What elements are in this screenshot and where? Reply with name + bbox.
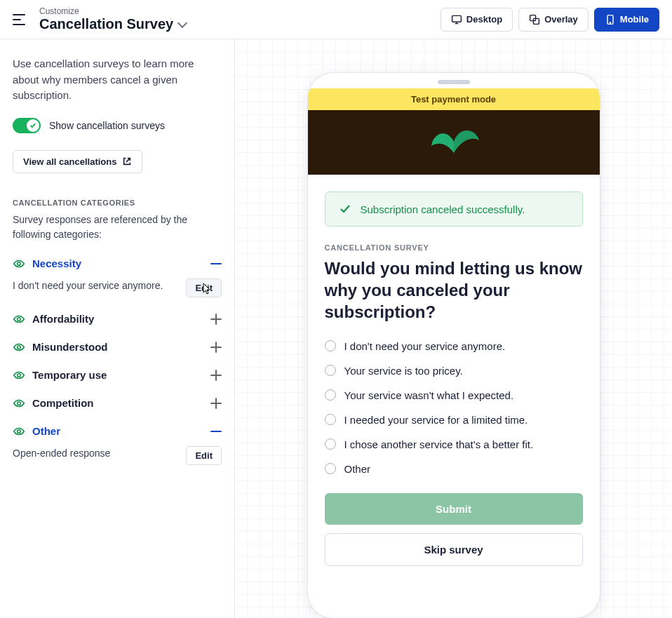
eye-icon	[13, 341, 25, 354]
svg-point-10	[18, 429, 21, 433]
mobile-preview-frame: Test payment mode Subscription canceled …	[308, 73, 600, 618]
chevron-down-icon	[177, 18, 187, 27]
show-surveys-toggle[interactable]	[13, 118, 41, 133]
category-name: Affordability	[32, 313, 94, 325]
success-alert: Subscription canceled successfully.	[325, 192, 583, 227]
option-label: Other	[344, 463, 371, 475]
expand-icon	[210, 314, 222, 325]
svg-point-5	[18, 262, 21, 265]
option-label: I chose another service that's a better …	[344, 438, 534, 450]
test-mode-banner: Test payment mode	[308, 88, 600, 110]
submit-button[interactable]: Submit	[325, 493, 583, 525]
desktop-icon	[451, 14, 462, 25]
radio-icon	[325, 365, 336, 376]
tab-overlay[interactable]: Overlay	[518, 8, 589, 32]
option-label: I don't need your service anymore.	[344, 340, 506, 352]
survey-option[interactable]: Other	[325, 463, 583, 475]
category-misunderstood: Misunderstood	[13, 341, 222, 354]
category-body: I don't need your service anymore. Edit	[13, 278, 222, 297]
radio-icon	[325, 340, 336, 351]
radio-icon	[325, 389, 336, 401]
survey-option[interactable]: Your service wasn't what I expected.	[325, 389, 583, 401]
category-header[interactable]: Necessity	[13, 257, 222, 270]
eye-icon	[13, 425, 25, 438]
app-header: Customize Cancellation Survey Desktop Ov…	[0, 0, 672, 39]
toggle-label: Show cancellation surveys	[49, 120, 165, 131]
phone-notch	[308, 73, 600, 88]
button-label: View all cancellations	[23, 156, 116, 167]
brand-hero	[308, 110, 600, 175]
svg-point-8	[18, 373, 21, 377]
svg-point-7	[18, 345, 21, 349]
category-competition: Competition	[13, 397, 222, 410]
edit-category-button[interactable]: Edit	[186, 446, 222, 465]
survey-question: Would you mind letting us know why you c…	[325, 257, 583, 323]
category-header[interactable]: Misunderstood	[13, 341, 222, 354]
category-affordability: Affordability	[13, 313, 222, 325]
svg-rect-2	[534, 18, 539, 24]
category-name: Temporary use	[32, 369, 107, 381]
category-body: Open-ended response Edit	[13, 446, 222, 465]
survey-options: I don't need your service anymore. Your …	[325, 340, 583, 475]
svg-rect-1	[530, 15, 536, 20]
category-name: Misunderstood	[32, 341, 108, 353]
view-all-cancellations-button[interactable]: View all cancellations	[13, 150, 142, 173]
expand-icon	[210, 370, 222, 381]
alert-text: Subscription canceled successfully.	[361, 203, 525, 215]
option-label: Your service is too pricey.	[344, 365, 463, 377]
check-icon	[338, 202, 352, 216]
expand-icon	[210, 398, 222, 409]
tab-mobile[interactable]: Mobile	[594, 8, 659, 32]
view-mode-tabs: Desktop Overlay Mobile	[441, 8, 659, 32]
survey-option[interactable]: I needed your service for a limited time…	[325, 414, 583, 426]
tab-desktop[interactable]: Desktop	[441, 8, 513, 32]
category-name: Necessity	[32, 257, 81, 269]
skip-survey-button[interactable]: Skip survey	[325, 533, 583, 566]
radio-icon	[325, 438, 336, 450]
menu-icon[interactable]	[13, 13, 27, 27]
svg-point-9	[18, 401, 21, 405]
categories-section-desc: Survey responses are referenced by the f…	[13, 213, 222, 242]
category-text: Open-ended response	[13, 446, 180, 461]
category-name: Other	[32, 425, 60, 437]
eye-icon	[13, 369, 25, 382]
tab-label: Desktop	[466, 14, 502, 25]
survey-option[interactable]: I don't need your service anymore.	[325, 340, 583, 352]
cursor-icon	[201, 283, 213, 295]
svg-rect-0	[452, 15, 461, 22]
expand-icon	[210, 342, 222, 353]
category-text: I don't need your service anymore.	[13, 278, 180, 293]
eye-icon	[13, 257, 25, 270]
survey-label: CANCELLATION SURVEY	[325, 243, 583, 252]
page-title-dropdown[interactable]: Cancellation Survey	[39, 16, 186, 32]
collapse-icon	[210, 431, 222, 432]
check-icon	[27, 119, 39, 132]
external-link-icon	[122, 156, 132, 166]
svg-point-6	[18, 317, 21, 321]
eye-icon	[13, 397, 25, 410]
category-temporary-use: Temporary use	[13, 369, 222, 382]
leaf-logo-icon	[426, 123, 482, 161]
survey-option[interactable]: Your service is too pricey.	[325, 365, 583, 377]
category-header[interactable]: Other	[13, 425, 222, 438]
page-title-block: Customize Cancellation Survey	[39, 6, 186, 32]
category-header[interactable]: Affordability	[13, 313, 222, 325]
tab-label: Overlay	[544, 14, 578, 25]
radio-icon	[325, 414, 336, 425]
overlay-icon	[529, 14, 540, 25]
tab-label: Mobile	[620, 14, 649, 25]
survey-option[interactable]: I chose another service that's a better …	[325, 438, 583, 450]
category-other: Other Open-ended response Edit	[13, 425, 222, 465]
preview-canvas: Test payment mode Subscription canceled …	[235, 39, 672, 618]
show-surveys-toggle-row: Show cancellation surveys	[13, 118, 222, 133]
collapse-icon	[210, 263, 222, 264]
page-title: Cancellation Survey	[39, 16, 173, 32]
option-label: I needed your service for a limited time…	[344, 414, 528, 426]
option-label: Your service wasn't what I expected.	[344, 389, 514, 401]
category-header[interactable]: Temporary use	[13, 369, 222, 382]
breadcrumb: Customize	[39, 6, 186, 16]
category-header[interactable]: Competition	[13, 397, 222, 410]
category-name: Competition	[32, 397, 94, 409]
settings-sidebar: Use cancellation surveys to learn more a…	[0, 39, 235, 618]
intro-text: Use cancellation surveys to learn more a…	[13, 56, 222, 104]
